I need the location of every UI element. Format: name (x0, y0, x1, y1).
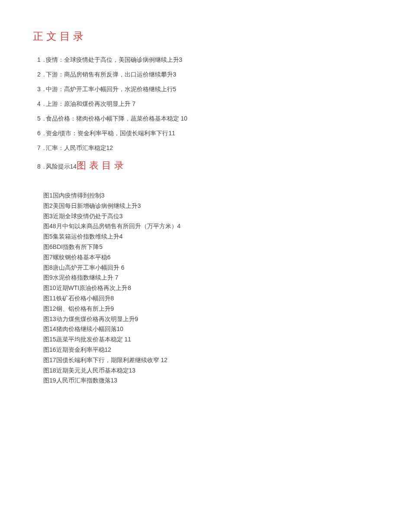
figure-page: 12 (105, 346, 112, 353)
toc-title: 食品价格：猪肉价格小幅下降，蔬菜价格基本稳定 (46, 115, 179, 122)
figure-label: 图2 (43, 202, 53, 209)
figure-item: 图18近期美元兑人民币基本稳定13 (43, 366, 365, 376)
figure-item: 图13动力煤焦煤价格再次明显上升9 (43, 314, 365, 325)
toc-num: 1 (37, 55, 41, 64)
figure-page: 3 (119, 213, 123, 220)
toc-sep: . (43, 144, 45, 151)
figure-item: 图12铜、铝价格有所上升9 (43, 304, 365, 314)
figure-title: 近期WTI原油价格再次上升 (56, 284, 128, 291)
figure-label: 图18 (43, 367, 56, 374)
toc-page: 14 (70, 163, 77, 170)
figure-title: 美国每日新增确诊病例继续上升 (53, 202, 138, 209)
figure-label: 图17 (43, 357, 56, 363)
toc-sep: . (43, 115, 45, 122)
toc-num: 6 (37, 129, 41, 138)
toc-sep: . (43, 163, 45, 170)
toc-title: 汇率：人民币汇率稳定 (46, 144, 106, 151)
figure-label: 图5 (43, 233, 53, 240)
figure-item: 图19人民币汇率指数微落13 (43, 376, 365, 386)
toc-num: 8 (37, 162, 41, 171)
figure-title: 人民币汇率指数微落 (56, 377, 111, 384)
figure-item: 图16近期资金利率平稳12 (43, 345, 365, 355)
figure-title: 铁矿石价格小幅回升 (56, 295, 111, 302)
figure-toc-heading: 图表目录 (77, 160, 127, 171)
toc-title: 风险提示 (46, 163, 70, 170)
figure-item: 图6BDI指数有所下降5 (43, 242, 365, 252)
figure-page: 5 (99, 243, 103, 250)
figure-page: 3 (138, 202, 141, 209)
toc-item: 6 .资金/债市：资金利率平稳，国债长端利率下行11 (37, 129, 365, 138)
figure-item: 图10近期WTI原油价格再次上升8 (43, 283, 365, 293)
toc-page: 5 (173, 86, 177, 92)
toc-item: 4 .上游：原油和煤价再次明显上升 7 (37, 99, 365, 108)
figure-title: 8月中旬以来商品房销售有所回升（万平方米） (53, 223, 177, 229)
figure-page: 4 (119, 233, 123, 240)
figure-label: 图3 (43, 213, 53, 220)
figure-item: 图5集装箱运价指数维续上升4 (43, 232, 365, 242)
figure-title: 猪肉价格继续小幅回落 (56, 325, 117, 332)
toc-sep: . (43, 130, 45, 137)
figure-label: 图9 (43, 274, 53, 281)
toc-page: 7 (132, 100, 135, 107)
figure-item: 图8唐山高炉开工率小幅回升 6 (43, 263, 365, 273)
figure-item: 图7螺纹钢价格基本平稳6 (43, 252, 365, 263)
toc-title: 疫情：全球疫情处于高位，美国确诊病例继续上升 (46, 56, 179, 63)
figure-title: 铜、铝价格有所上升 (56, 305, 111, 312)
figure-label: 图11 (43, 295, 56, 302)
figure-page: 6 (121, 264, 125, 271)
figure-title: 动力煤焦煤价格再次明显上升 (56, 315, 135, 322)
figure-page: 11 (124, 336, 131, 343)
figure-label: 图14 (43, 325, 56, 332)
toc-sep: . (43, 86, 45, 92)
figure-title: 蔬菜平均批发价基本稳定 (56, 336, 123, 343)
figure-page: 8 (111, 295, 114, 302)
toc-item: 3 .中游：高炉开工率小幅回升，水泥价格继续上行5 (37, 85, 365, 94)
figure-title: BDI指数有所下降 (53, 243, 99, 250)
figure-item: 图9水泥价格指数继续上升 7 (43, 273, 365, 283)
toc-sep: . (43, 56, 45, 63)
toc-page: 3 (173, 71, 177, 78)
toc-item: 1 .疫情：全球疫情处于高位，美国确诊病例继续上升3 (37, 55, 365, 64)
figure-item: 图1国内疫情得到控制3 (43, 191, 365, 201)
toc-num: 7 (37, 143, 41, 153)
toc-num: 3 (37, 85, 41, 94)
toc-page: 3 (179, 56, 183, 63)
toc-title: 上游：原油和煤价再次明显上升 (46, 100, 131, 107)
figure-title: 水泥价格指数继续上升 (53, 274, 113, 281)
figure-toc-list: 图1国内疫情得到控制3 图2美国每日新增确诊病例继续上升3 图3近期全球疫情仍处… (33, 191, 365, 386)
toc-title: 下游：商品房销售有所反弹，出口运价继续攀升 (46, 71, 173, 78)
figure-title: 国债长端利率下行，期限利差继续收窄 (56, 357, 159, 363)
figure-label: 图1 (43, 192, 53, 199)
figure-label: 图12 (43, 305, 56, 312)
toc-item: 8 .风险提示14图表目录 (37, 158, 365, 172)
toc-page: 11 (168, 130, 175, 137)
figure-title: 唐山高炉开工率小幅回升 (53, 264, 119, 271)
figure-page: 13 (129, 367, 136, 374)
figure-label: 图13 (43, 315, 56, 322)
toc-page: 12 (106, 144, 113, 151)
figure-title: 螺纹钢价格基本平稳 (53, 254, 107, 261)
toc-num: 2 (37, 70, 41, 79)
main-toc-list: 1 .疫情：全球疫情处于高位，美国确诊病例继续上升3 2 .下游：商品房销售有所… (33, 55, 365, 172)
toc-sep: . (43, 100, 45, 107)
figure-page: 3 (101, 192, 105, 199)
figure-page: 10 (117, 325, 124, 332)
main-toc-heading: 正文目录 (33, 29, 365, 43)
figure-title: 国内疫情得到控制 (53, 192, 101, 199)
figure-title: 近期资金利率平稳 (56, 346, 105, 353)
figure-title: 集装箱运价指数维续上升 (53, 233, 119, 240)
figure-item: 图14猪肉价格继续小幅回落10 (43, 324, 365, 334)
figure-label: 图19 (43, 377, 56, 384)
toc-title: 中游：高炉开工率小幅回升，水泥价格继续上行 (46, 86, 173, 92)
figure-page: 9 (135, 315, 138, 322)
figure-item: 图2美国每日新增确诊病例继续上升3 (43, 201, 365, 211)
toc-page: 10 (180, 115, 187, 122)
figure-item: 图3近期全球疫情仍处于高位3 (43, 211, 365, 222)
figure-item: 图48月中旬以来商品房销售有所回升（万平方米）4 (43, 221, 365, 232)
toc-num: 5 (37, 114, 41, 123)
figure-label: 图15 (43, 336, 56, 343)
figure-label: 图6 (43, 243, 53, 250)
figure-item: 图17国债长端利率下行，期限利差继续收窄 12 (43, 355, 365, 366)
toc-item: 2 .下游：商品房销售有所反弹，出口运价继续攀升3 (37, 70, 365, 79)
toc-item: 7 .汇率：人民币汇率稳定12 (37, 143, 365, 153)
